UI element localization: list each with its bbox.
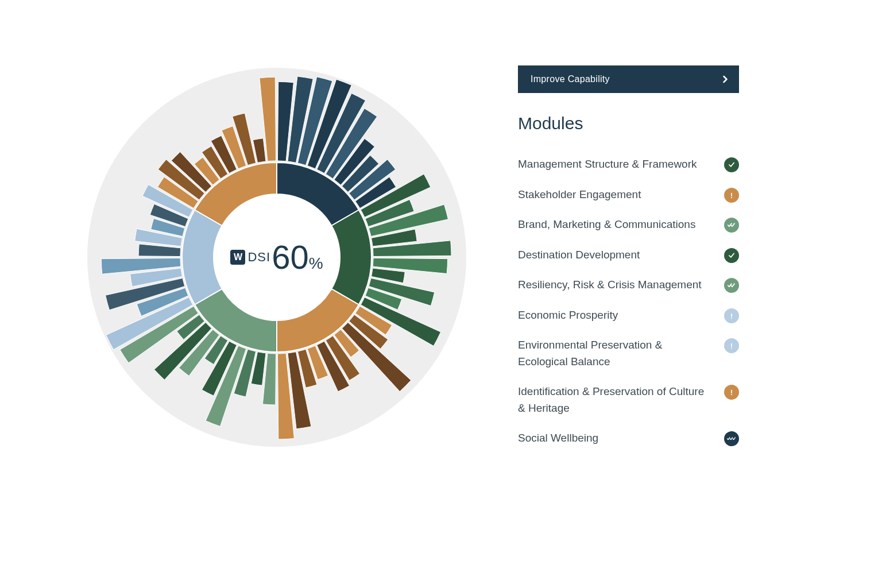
svg-point-5 [731, 347, 732, 349]
status-badge-icon [724, 338, 739, 353]
dsi-suffix: % [309, 254, 323, 273]
chevron-right-icon [719, 74, 731, 85]
module-label: Stakeholder Engagement [518, 187, 641, 203]
module-item[interactable]: Brand, Marketing & Communications [518, 210, 739, 240]
module-label: Environmental Preservation & Ecological … [518, 337, 707, 370]
radial-chart: W DSI 60 % [59, 39, 495, 475]
module-label: Brand, Marketing & Communications [518, 216, 695, 233]
module-item[interactable]: Resiliency, Risk & Crisis Management [518, 270, 739, 300]
status-badge-icon [724, 431, 739, 446]
module-item[interactable]: Destination Development [518, 240, 739, 270]
module-item[interactable]: Management Structure & Framework [518, 149, 739, 180]
module-label: Identification & Preservation of Culture… [518, 384, 707, 416]
module-label: Economic Prosperity [518, 307, 618, 324]
module-item[interactable]: Economic Prosperity [518, 300, 739, 331]
improve-capability-button[interactable]: Improve Capability [518, 65, 739, 93]
status-badge-icon [724, 248, 739, 263]
module-item[interactable]: Social Wellbeing [518, 423, 739, 454]
module-label: Management Structure & Framework [518, 156, 697, 173]
status-badge-icon [724, 218, 739, 233]
svg-point-7 [731, 394, 732, 395]
dsi-center-label: W DSI 60 % [230, 241, 323, 274]
modules-list: Management Structure & FrameworkStakehol… [518, 149, 780, 454]
chart-center-circle: W DSI 60 % [214, 194, 340, 320]
module-label: Destination Development [518, 247, 640, 264]
dsi-value: 60 [272, 241, 309, 274]
status-badge-icon [724, 385, 739, 400]
brand-badge-icon: W [230, 250, 245, 265]
status-badge-icon [724, 188, 739, 203]
svg-point-3 [731, 318, 732, 319]
modules-heading: Modules [518, 114, 780, 133]
module-label: Resiliency, Risk & Crisis Management [518, 277, 702, 293]
status-badge-icon [724, 157, 739, 172]
dsi-prefix: DSI [247, 250, 270, 265]
status-badge-icon [724, 278, 739, 293]
module-item[interactable]: Identification & Preservation of Culture… [518, 377, 739, 423]
improve-button-label: Improve Capability [531, 74, 610, 84]
brand-badge-letter: W [234, 252, 242, 262]
module-item[interactable]: Stakeholder Engagement [518, 180, 739, 210]
svg-point-1 [731, 197, 732, 198]
status-badge-icon [724, 308, 739, 323]
module-label: Social Wellbeing [518, 430, 598, 447]
module-item[interactable]: Environmental Preservation & Ecological … [518, 330, 739, 377]
